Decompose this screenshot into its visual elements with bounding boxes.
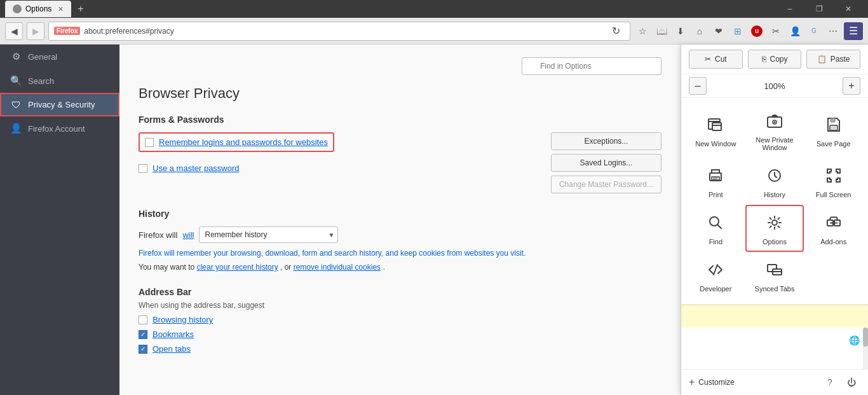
- open-tabs-checkbox[interactable]: [139, 345, 147, 354]
- cut-icon: ✂: [705, 55, 711, 64]
- sidebar-item-general[interactable]: ⚙ General: [0, 45, 119, 69]
- menu-item-options[interactable]: Options: [745, 205, 804, 252]
- options-menu-icon: [763, 211, 786, 234]
- menu-item-add-ons[interactable]: Add-ons: [804, 205, 863, 252]
- tab-label: Options: [25, 4, 51, 13]
- menu-item-new-window[interactable]: New Window: [686, 103, 745, 158]
- toolbar-icons: ☆ 📖 ⬇ ⌂ ❤ ⊞ u ✂ 👤 G ⋯ ☰: [634, 22, 863, 40]
- history-select-wrapper: Remember history Never remember history …: [199, 226, 338, 243]
- sidebar-item-account[interactable]: 👤 Firefox Account: [0, 116, 119, 141]
- svg-point-16: [772, 220, 777, 225]
- bookmarks-label[interactable]: Bookmarks: [153, 329, 194, 339]
- container-icon[interactable]: ⊞: [729, 23, 746, 39]
- menu-item-history[interactable]: History: [745, 158, 804, 205]
- paste-button[interactable]: 📋 Paste: [806, 50, 860, 69]
- privacy-icon: 🛡: [10, 99, 22, 110]
- paste-icon: 📋: [817, 55, 827, 64]
- bookmark-star-icon[interactable]: ☆: [634, 23, 651, 39]
- zoom-in-button[interactable]: +: [843, 77, 860, 95]
- close-window-button[interactable]: ✕: [834, 0, 863, 18]
- svg-rect-7: [830, 125, 837, 130]
- address-bar[interactable]: Firefox about:preferences#privacy ↻: [48, 22, 630, 41]
- translate-icon[interactable]: G: [806, 23, 822, 39]
- hamburger-menu-button[interactable]: ☰: [844, 22, 863, 40]
- reload-button[interactable]: ↻: [607, 22, 625, 40]
- svg-line-19: [714, 265, 717, 275]
- clear-history-link[interactable]: clear your recent history: [197, 263, 278, 272]
- remember-logins-checkbox[interactable]: [145, 138, 154, 147]
- new-window-label: New Window: [695, 140, 736, 148]
- history-label: History: [764, 191, 785, 198]
- power-button[interactable]: ⏻: [843, 373, 860, 391]
- exceptions-button[interactable]: Exceptions...: [551, 132, 661, 150]
- customize-row[interactable]: + Customize ? ⏻: [681, 369, 868, 395]
- menu-item-print[interactable]: Print: [686, 158, 745, 205]
- reading-list-icon[interactable]: 📖: [653, 23, 670, 39]
- menu-panel: ✂ Cut ⎘ Copy 📋 Paste – 100% +: [681, 45, 868, 395]
- new-private-window-label: New Private Window: [749, 136, 801, 151]
- menu-item-find[interactable]: Find: [686, 205, 745, 252]
- master-password-label[interactable]: Use a master password: [153, 163, 240, 173]
- zoom-out-button[interactable]: –: [689, 77, 707, 95]
- scrollbar-thumb[interactable]: [863, 328, 868, 347]
- tab-favicon: [13, 4, 22, 13]
- tab-close-btn[interactable]: ✕: [58, 5, 64, 13]
- active-tab[interactable]: Options ✕: [5, 1, 71, 17]
- account-icon[interactable]: 👤: [787, 23, 803, 39]
- download-icon[interactable]: ⬇: [672, 23, 689, 39]
- forward-button[interactable]: ▶: [27, 22, 44, 40]
- save-page-icon: [822, 113, 845, 136]
- remember-logins-row: Remember logins and passwords for websit…: [139, 132, 334, 152]
- scrollbar-track[interactable]: [863, 328, 868, 369]
- history-dropdown[interactable]: Remember history Never remember history …: [199, 226, 338, 243]
- menu-item-new-private-window[interactable]: New Private Window: [745, 103, 804, 158]
- new-window-icon: [704, 113, 727, 136]
- cut-button[interactable]: ✂ Cut: [689, 50, 743, 69]
- browsing-history-row: Browsing history: [139, 315, 661, 324]
- browsing-history-checkbox[interactable]: [139, 315, 147, 324]
- ublock-icon[interactable]: u: [749, 23, 765, 39]
- earth-icon-btn[interactable]: 🌐: [845, 331, 863, 349]
- new-tab-button[interactable]: +: [75, 3, 86, 15]
- copy-button[interactable]: ⎘ Copy: [748, 50, 802, 69]
- menu-grid: New Window New Private Window: [681, 98, 868, 305]
- master-password-row: Use a master password: [139, 163, 334, 173]
- home-icon[interactable]: ⌂: [691, 23, 708, 39]
- firefox-badge: Firefox: [54, 27, 80, 35]
- pocket-icon[interactable]: ❤: [710, 23, 727, 39]
- zoom-level: 100%: [710, 81, 839, 91]
- svg-rect-2: [712, 123, 721, 130]
- save-page-label: Save Page: [817, 140, 851, 148]
- maximize-button[interactable]: ❐: [804, 0, 834, 18]
- remember-logins-label[interactable]: Remember logins and passwords for websit…: [159, 137, 328, 147]
- sidebar-item-privacy[interactable]: 🛡 Privacy & Security: [0, 93, 119, 116]
- change-master-password-button[interactable]: Change Master Password...: [551, 176, 661, 193]
- saved-logins-button[interactable]: Saved Logins...: [551, 154, 661, 172]
- menu-item-synced-tabs[interactable]: Synced Tabs: [745, 252, 804, 299]
- minimize-button[interactable]: –: [775, 0, 804, 18]
- browsing-history-label[interactable]: Browsing history: [153, 315, 213, 324]
- menu-item-save-page[interactable]: Save Page: [804, 103, 863, 158]
- help-button[interactable]: ?: [821, 373, 839, 391]
- back-button[interactable]: ◀: [5, 22, 23, 40]
- remove-cookies-link[interactable]: remove individual cookies: [294, 263, 381, 272]
- sidebar-item-search[interactable]: 🔍 Search: [0, 69, 119, 93]
- menu-item-developer[interactable]: Developer: [686, 252, 745, 299]
- print-icon: [704, 164, 727, 187]
- page-title: Browser Privacy: [139, 85, 661, 102]
- find-in-options-input[interactable]: [522, 57, 661, 75]
- synced-tabs-icon: [763, 258, 786, 281]
- open-tabs-label[interactable]: Open tabs: [153, 344, 191, 354]
- overflow-icon[interactable]: ⋯: [825, 23, 841, 39]
- clear-history-row: You may want to clear your recent histor…: [139, 263, 661, 272]
- synced-tabs-label: Synced Tabs: [755, 285, 795, 293]
- add-ons-label: Add-ons: [820, 238, 846, 246]
- menu-item-full-screen[interactable]: Full Screen: [804, 158, 863, 205]
- title-bar-left: Options ✕ +: [5, 1, 86, 17]
- svg-line-15: [718, 225, 722, 229]
- bookmarks-checkbox[interactable]: [139, 330, 147, 339]
- address-bar-section: Address Bar When using the address bar, …: [139, 287, 661, 354]
- screenshot-icon[interactable]: ✂: [768, 23, 784, 39]
- sidebar-label-general: General: [28, 52, 57, 62]
- master-password-checkbox[interactable]: [139, 164, 147, 173]
